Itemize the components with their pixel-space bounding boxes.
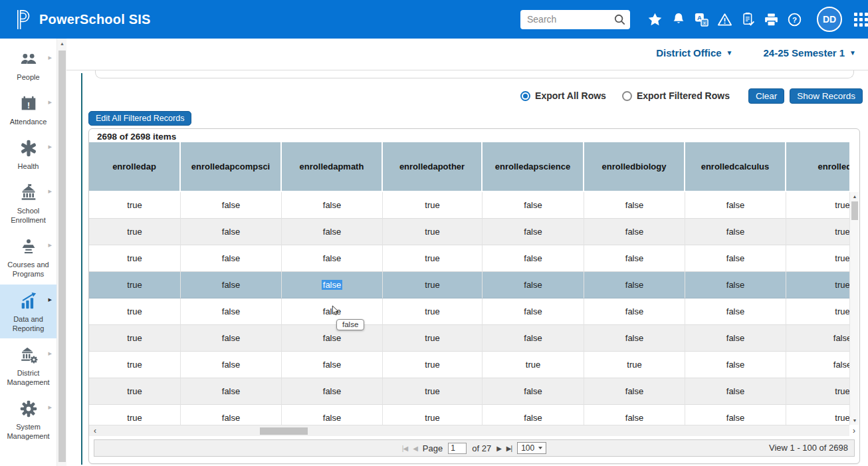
table-cell[interactable]: false: [584, 245, 685, 272]
sidebar-scrollbar[interactable]: ▲: [56, 39, 66, 466]
table-cell[interactable]: false: [483, 405, 584, 425]
table-cell[interactable]: false: [483, 378, 584, 405]
scroll-up-icon[interactable]: ▲: [57, 41, 67, 46]
warning-triangle-icon[interactable]: [713, 9, 736, 29]
table-cell[interactable]: false: [685, 272, 786, 298]
app-switcher-icon[interactable]: [854, 13, 868, 27]
bell-icon[interactable]: [667, 9, 690, 29]
table-cell[interactable]: true: [383, 325, 483, 352]
table-row[interactable]: truefalsefalsetruetruetruefalsefalse: [89, 352, 849, 378]
clipboard-check-icon[interactable]: [736, 9, 760, 29]
scroll-down-icon[interactable]: ▼: [850, 418, 859, 423]
table-cell[interactable]: false: [584, 325, 685, 352]
table-cell[interactable]: false: [282, 378, 383, 405]
translate-icon[interactable]: Ax: [690, 9, 713, 29]
table-cell[interactable]: true: [383, 378, 483, 405]
table-cell[interactable]: false: [282, 245, 383, 272]
table-cell[interactable]: false: [181, 245, 282, 272]
sidebar-item-health[interactable]: ▸Health: [0, 132, 56, 176]
table-cell[interactable]: false: [181, 272, 282, 298]
search-icon[interactable]: [613, 13, 626, 29]
table-cell[interactable]: false: [584, 378, 685, 405]
table-cell[interactable]: false: [181, 378, 282, 405]
star-icon[interactable]: [643, 9, 667, 29]
table-cell[interactable]: false: [181, 192, 282, 219]
table-cell[interactable]: false: [181, 325, 282, 352]
table-cell[interactable]: true: [89, 245, 181, 272]
next-page-icon[interactable]: ▶: [496, 445, 501, 452]
table-cell[interactable]: false: [685, 298, 786, 325]
table-cell[interactable]: false: [685, 325, 786, 352]
last-page-icon[interactable]: ▶|: [506, 445, 512, 452]
table-cell[interactable]: false: [282, 192, 383, 219]
table-cell[interactable]: false: [483, 245, 584, 272]
table-cell[interactable]: false: [584, 219, 685, 245]
table-cell[interactable]: true: [383, 298, 483, 325]
table-cell[interactable]: false: [786, 325, 849, 352]
column-header[interactable]: enrolledche: [786, 142, 849, 192]
table-cell[interactable]: true: [786, 245, 849, 272]
column-header[interactable]: enrolledapscience: [483, 142, 584, 192]
table-cell[interactable]: true: [89, 405, 181, 425]
prev-page-icon[interactable]: ◀: [413, 445, 417, 452]
table-cell[interactable]: false: [181, 219, 282, 245]
table-cell[interactable]: false: [282, 325, 383, 352]
table-cell[interactable]: true: [786, 192, 849, 219]
table-cell[interactable]: true: [786, 298, 849, 325]
table-row[interactable]: truefalsefalsetruefalsefalsefalsetrue: [89, 405, 849, 425]
table-cell[interactable]: true: [89, 192, 181, 219]
powerschool-logo-icon[interactable]: [15, 9, 31, 31]
table-cell[interactable]: true: [786, 405, 849, 425]
table-cell[interactable]: true: [89, 325, 181, 352]
export-filtered-radio[interactable]: [622, 91, 632, 101]
table-row[interactable]: truefalsefalsetruefalsefalsefalsetrue: [89, 219, 849, 245]
table-cell[interactable]: true: [786, 219, 849, 245]
vertical-scrollbar-thumb[interactable]: [851, 201, 858, 220]
table-cell[interactable]: false: [282, 352, 383, 378]
table-cell[interactable]: false: [584, 192, 685, 219]
table-cell[interactable]: false: [584, 272, 685, 298]
table-row[interactable]: truefalsefalsetruefalsefalsefalsetrue: [89, 298, 849, 325]
table-cell[interactable]: false: [282, 405, 383, 425]
sidebar-item-people[interactable]: ▸People: [0, 43, 56, 87]
sidebar-item-system-management[interactable]: ▸System Management: [0, 392, 56, 446]
table-cell[interactable]: true: [89, 272, 181, 298]
table-cell[interactable]: true: [89, 378, 181, 405]
table-cell[interactable]: false: [181, 298, 282, 325]
table-cell[interactable]: false: [483, 298, 584, 325]
table-cell[interactable]: false: [483, 192, 584, 219]
sidebar-item-courses-and-programs[interactable]: ▸Courses and Programs: [0, 230, 56, 284]
scroll-left-icon[interactable]: ‹: [90, 425, 100, 437]
table-cell[interactable]: false: [786, 352, 849, 378]
user-avatar[interactable]: DD: [817, 7, 842, 32]
column-header[interactable]: enrolledap: [89, 142, 181, 192]
show-records-button[interactable]: Show Records: [790, 88, 863, 104]
table-cell[interactable]: true: [383, 245, 483, 272]
column-header[interactable]: enrolledbiology: [584, 142, 685, 192]
term-selector[interactable]: 24-25 Semester 1 ▼: [764, 47, 857, 58]
table-cell[interactable]: true: [89, 352, 181, 378]
export-all-radio[interactable]: [520, 91, 530, 101]
table-cell[interactable]: false: [181, 405, 282, 425]
table-cell[interactable]: true: [383, 405, 483, 425]
table-cell[interactable]: false: [282, 272, 383, 298]
table-horizontal-scrollbar[interactable]: ‹ ›: [89, 425, 849, 436]
table-cell[interactable]: true: [584, 352, 685, 378]
table-row[interactable]: truefalsefalsetruefalsefalsefalsefalse: [89, 325, 849, 352]
question-circle-icon[interactable]: ?: [783, 9, 806, 29]
table-row[interactable]: truefalsefalsetruefalsefalsefalsetrue: [89, 378, 849, 405]
table-row[interactable]: truefalsefalsetruefalsefalsefalsetrue: [89, 192, 849, 219]
table-cell[interactable]: true: [483, 352, 584, 378]
page-number-input[interactable]: [448, 443, 467, 454]
sidebar-scrollbar-thumb[interactable]: [58, 51, 66, 462]
clear-button[interactable]: Clear: [748, 88, 784, 104]
column-header[interactable]: enrolledapother: [383, 142, 483, 192]
table-cell[interactable]: true: [383, 219, 483, 245]
table-cell[interactable]: true: [89, 298, 181, 325]
table-cell[interactable]: false: [181, 352, 282, 378]
table-cell[interactable]: false: [685, 352, 786, 378]
school-selector[interactable]: District Office ▼: [656, 47, 732, 58]
table-row[interactable]: truefalsefalsetruefalsefalsefalsetrue: [89, 272, 849, 298]
column-header[interactable]: enrolledapcompsci: [181, 142, 282, 192]
table-cell[interactable]: false: [685, 219, 786, 245]
